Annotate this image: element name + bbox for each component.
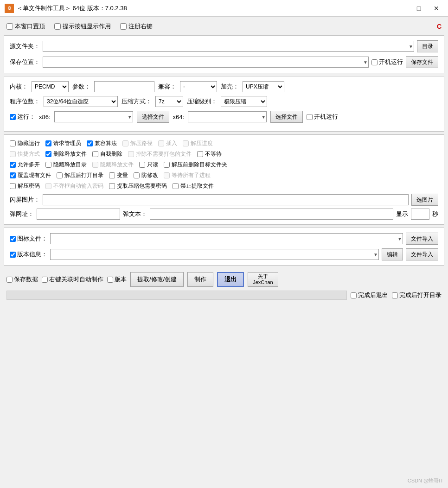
after-exit-checkbox[interactable] <box>351 292 357 298</box>
icon-select[interactable] <box>50 233 403 244</box>
save-data-checkbox[interactable] <box>6 277 13 283</box>
opt-anti-modify[interactable]: 防修改 <box>134 171 158 179</box>
version-checkbox[interactable] <box>107 277 113 283</box>
about-line1: 关于 <box>253 273 273 279</box>
minimize-button[interactable]: — <box>394 3 408 14</box>
source-dir-button[interactable]: 目录 <box>417 40 438 52</box>
version-label: 版本 <box>115 275 127 284</box>
register-checkbox[interactable] <box>120 23 127 30</box>
version-edit-button[interactable]: 编辑 <box>382 248 403 260</box>
run-checkbox[interactable] <box>10 114 16 120</box>
core-select[interactable]: PECMD <box>32 81 69 92</box>
options-row4: 覆盖现有文件 解压后打开目录 变量 防修改 等待所有子进程 <box>10 171 438 179</box>
version-info-checkbox-label[interactable]: 版本信息： <box>10 250 47 259</box>
boot-run-checkbox[interactable] <box>371 59 378 65</box>
compress-label: 压缩方式： <box>122 97 152 106</box>
opt-extract-need-pwd[interactable]: 提取压缩包需要密码 <box>109 182 167 190</box>
topmost-checkbox-label[interactable]: 本窗口置顶 <box>6 22 45 31</box>
version-import-button[interactable]: 文件导入 <box>406 248 438 260</box>
top-bar: 本窗口置顶 提示按钮显示作用 注册右键 C <box>4 20 444 32</box>
x86-select[interactable] <box>54 111 133 122</box>
version-info-checkbox[interactable] <box>10 252 16 258</box>
topmost-checkbox[interactable] <box>6 23 13 30</box>
opt-wait-children: 等待所有子进程 <box>164 171 211 179</box>
opt-delete-release[interactable]: 删除释放文件 <box>45 150 87 158</box>
boot-run2-checkbox[interactable] <box>307 114 313 120</box>
version-checkbox-label[interactable]: 版本 <box>107 275 127 284</box>
choose-x64-button[interactable]: 选择文件 <box>270 111 303 123</box>
source-save-panel: 源文件夹： ▼ 目录 保存位置： ▼ 开机运行 保存文件 <box>4 35 444 73</box>
opt-extract-path: 解压路径 <box>122 139 153 147</box>
pack-select[interactable]: UPX压缩 <box>243 81 284 92</box>
popup-text-input[interactable] <box>150 209 393 220</box>
core-label: 内核： <box>10 82 28 91</box>
x64-select[interactable] <box>188 111 267 122</box>
popup-text-label: 弹文本： <box>123 210 147 218</box>
flash-btn[interactable]: 选图片 <box>411 194 438 206</box>
opt-extract-pwd[interactable]: 解压密码 <box>10 182 40 190</box>
make-button[interactable]: 制作 <box>187 272 213 287</box>
popup-addr-input[interactable] <box>37 209 120 220</box>
save-label: 保存位置： <box>10 58 40 66</box>
icon-import-button[interactable]: 文件导入 <box>406 233 438 245</box>
close-button[interactable]: ✕ <box>429 3 443 14</box>
bits-select[interactable]: 32位/64位自适应 <box>44 96 118 107</box>
opt-open-dir-after[interactable]: 解压后打开目录 <box>57 171 103 179</box>
icon-file-checkbox[interactable] <box>10 236 16 242</box>
level-select[interactable]: 极限压缩 <box>221 96 267 107</box>
boot-run2-checkbox-label[interactable]: 开机运行 <box>307 113 338 121</box>
after-open-checkbox-label[interactable]: 完成后打开目录 <box>392 291 442 299</box>
compress-select[interactable]: 7z <box>155 96 183 107</box>
opt-readonly[interactable]: 只读 <box>139 161 158 169</box>
popup-row: 弹网址： 弹文本： 显示 秒 <box>10 209 438 220</box>
auto-make-checkbox[interactable] <box>42 277 48 283</box>
options-row2: 快捷方式 删除释放文件 自我删除 排除不需要打包的文件 不等待 <box>10 150 438 158</box>
quit-button[interactable]: 退出 <box>217 272 244 287</box>
save-select[interactable] <box>43 57 369 68</box>
opt-delete-target[interactable]: 解压前删除目标文件夹 <box>164 161 227 169</box>
icon-file-checkbox-label[interactable]: 图标文件： <box>10 234 47 243</box>
run-checkbox-label[interactable]: 运行： <box>10 113 35 121</box>
after-exit-checkbox-label[interactable]: 完成后退出 <box>351 291 388 299</box>
maximize-button[interactable]: □ <box>412 3 426 14</box>
about-button[interactable]: 关于 JexChan <box>248 272 278 287</box>
source-select[interactable] <box>43 41 414 52</box>
opt-variable[interactable]: 变量 <box>109 171 128 179</box>
extract-modify-create-button[interactable]: 提取/修改/创建 <box>130 272 184 287</box>
window-title: ＜单文件制作工具＞ 64位 版本：7.0.2.38 <box>17 4 394 13</box>
save-data-checkbox-label[interactable]: 保存数据 <box>6 275 38 284</box>
tooltip-checkbox-label[interactable]: 提示按钮显示作用 <box>54 22 111 31</box>
opt-self-delete[interactable]: 自我删除 <box>92 150 122 158</box>
opt-forbid-extract[interactable]: 禁止提取文件 <box>173 182 214 190</box>
version-select[interactable] <box>50 249 379 260</box>
source-select-wrapper: ▼ <box>43 41 414 52</box>
opt-hidden-run[interactable]: 隐藏运行 <box>10 139 40 147</box>
auto-make-label: 右键关联时自动制作 <box>49 275 103 284</box>
register-checkbox-label[interactable]: 注册右键 <box>120 22 153 31</box>
choose-x86-button[interactable]: 选择文件 <box>137 111 169 123</box>
tooltip-label: 提示按钮显示作用 <box>63 22 111 31</box>
compat-select[interactable]: - <box>180 81 217 92</box>
opt-compat[interactable]: 兼容算法 <box>87 139 117 147</box>
opt-overwrite[interactable]: 覆盖现有文件 <box>10 171 51 179</box>
boot-run-checkbox-label[interactable]: 开机运行 <box>371 58 403 66</box>
boot-run-label: 开机运行 <box>379 58 403 66</box>
opt-hide-release-dir[interactable]: 隐藏释放目录 <box>45 161 87 169</box>
flash-row: 闪屏图片： 选图片 <box>10 194 438 206</box>
auto-make-checkbox-label[interactable]: 右键关联时自动制作 <box>42 275 103 284</box>
core-panel: 内核： PECMD 参数： 兼容： - 加壳： UPX压缩 程序位数： 32位/… <box>4 76 444 132</box>
main-window: 本窗口置顶 提示按钮显示作用 注册右键 C 源文件夹： ▼ 目录 保存位置： <box>0 17 448 305</box>
save-file-button[interactable]: 保存文件 <box>406 56 438 68</box>
after-open-checkbox[interactable] <box>392 292 398 298</box>
tooltip-checkbox[interactable] <box>54 23 61 30</box>
opt-no-wait[interactable]: 不等待 <box>197 150 222 158</box>
show-label: 显示 <box>396 210 408 218</box>
source-label: 源文件夹： <box>10 42 40 51</box>
flash-input[interactable] <box>43 194 409 205</box>
sec-input[interactable] <box>411 209 429 220</box>
param-input[interactable] <box>94 81 154 92</box>
icon-version-panel: 图标文件： ▼ 文件导入 版本信息： ▼ 编辑 文件导入 <box>4 228 444 266</box>
opt-admin[interactable]: 请求管理员 <box>45 139 81 147</box>
opt-multi-open[interactable]: 允许多开 <box>10 161 40 169</box>
compat-label: 兼容： <box>158 82 176 91</box>
